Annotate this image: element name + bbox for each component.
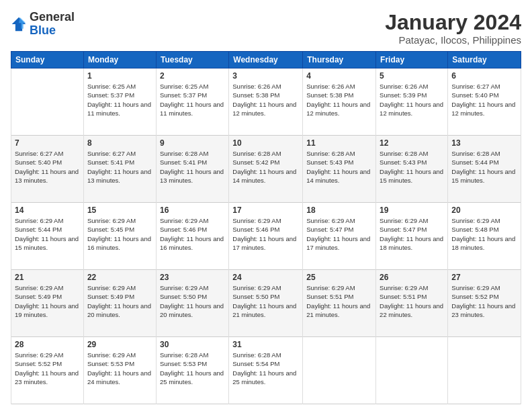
day-number: 31	[232, 340, 299, 349]
table-row: 25Sunrise: 6:29 AMSunset: 5:51 PMDayligh…	[303, 270, 376, 337]
table-row	[11, 68, 84, 136]
table-row: 14Sunrise: 6:29 AMSunset: 5:44 PMDayligh…	[11, 203, 84, 270]
table-row: 13Sunrise: 6:28 AMSunset: 5:44 PMDayligh…	[448, 136, 521, 203]
calendar-week-row: 1Sunrise: 6:25 AMSunset: 5:37 PMDaylight…	[11, 68, 521, 136]
table-row: 12Sunrise: 6:28 AMSunset: 5:43 PMDayligh…	[376, 136, 448, 203]
table-row: 8Sunrise: 6:27 AMSunset: 5:41 PMDaylight…	[83, 136, 156, 203]
day-info: Sunrise: 6:29 AMSunset: 5:45 PMDaylight:…	[87, 216, 152, 252]
day-info: Sunrise: 6:29 AMSunset: 5:49 PMDaylight:…	[15, 283, 80, 319]
page: General Blue January 2024 Patayac, Iloco…	[0, 0, 532, 411]
day-info: Sunrise: 6:29 AMSunset: 5:44 PMDaylight:…	[15, 216, 80, 252]
day-info: Sunrise: 6:28 AMSunset: 5:42 PMDaylight:…	[232, 149, 299, 185]
day-info: Sunrise: 6:29 AMSunset: 5:51 PMDaylight:…	[306, 283, 372, 319]
day-info: Sunrise: 6:29 AMSunset: 5:47 PMDaylight:…	[380, 216, 444, 252]
day-number: 7	[15, 138, 80, 148]
day-number: 3	[232, 71, 299, 81]
table-row: 4Sunrise: 6:26 AMSunset: 5:38 PMDaylight…	[303, 68, 376, 136]
col-thursday: Thursday	[303, 52, 376, 68]
col-tuesday: Tuesday	[156, 52, 228, 68]
day-number: 13	[451, 138, 517, 148]
day-number: 28	[15, 340, 80, 349]
table-row: 19Sunrise: 6:29 AMSunset: 5:47 PMDayligh…	[376, 203, 448, 270]
table-row: 21Sunrise: 6:29 AMSunset: 5:49 PMDayligh…	[11, 270, 84, 337]
calendar-header-row: Sunday Monday Tuesday Wednesday Thursday…	[11, 52, 521, 68]
day-number: 29	[87, 340, 152, 349]
table-row: 7Sunrise: 6:27 AMSunset: 5:40 PMDaylight…	[11, 136, 84, 203]
col-monday: Monday	[83, 52, 156, 68]
day-number: 27	[451, 273, 517, 282]
table-row: 24Sunrise: 6:29 AMSunset: 5:50 PMDayligh…	[229, 270, 303, 337]
day-number: 10	[232, 138, 299, 148]
day-info: Sunrise: 6:28 AMSunset: 5:54 PMDaylight:…	[232, 351, 299, 386]
table-row	[376, 337, 448, 404]
table-row: 28Sunrise: 6:29 AMSunset: 5:52 PMDayligh…	[11, 337, 84, 404]
day-info: Sunrise: 6:29 AMSunset: 5:48 PMDaylight:…	[451, 216, 517, 252]
calendar-week-row: 7Sunrise: 6:27 AMSunset: 5:40 PMDaylight…	[11, 136, 521, 203]
col-saturday: Saturday	[448, 52, 521, 68]
logo-blue-text: Blue	[30, 24, 56, 37]
day-number: 24	[232, 273, 299, 282]
logo: General Blue	[11, 11, 75, 38]
table-row: 29Sunrise: 6:29 AMSunset: 5:53 PMDayligh…	[83, 337, 156, 404]
col-wednesday: Wednesday	[229, 52, 303, 68]
title-block: January 2024 Patayac, Ilocos, Philippine…	[385, 11, 521, 46]
day-info: Sunrise: 6:28 AMSunset: 5:41 PMDaylight:…	[160, 149, 225, 185]
day-info: Sunrise: 6:29 AMSunset: 5:53 PMDaylight:…	[87, 351, 152, 386]
month-title: January 2024	[385, 11, 521, 34]
day-number: 26	[380, 273, 444, 282]
day-number: 22	[87, 273, 152, 282]
day-number: 23	[160, 273, 225, 282]
table-row: 1Sunrise: 6:25 AMSunset: 5:37 PMDaylight…	[83, 68, 156, 136]
logo-icon	[11, 16, 27, 32]
table-row: 15Sunrise: 6:29 AMSunset: 5:45 PMDayligh…	[83, 203, 156, 270]
day-number: 1	[87, 71, 152, 81]
table-row	[448, 337, 521, 404]
day-info: Sunrise: 6:27 AMSunset: 5:40 PMDaylight:…	[15, 149, 80, 185]
table-row: 17Sunrise: 6:29 AMSunset: 5:46 PMDayligh…	[229, 203, 303, 270]
day-number: 8	[87, 138, 152, 148]
table-row: 11Sunrise: 6:28 AMSunset: 5:43 PMDayligh…	[303, 136, 376, 203]
table-row: 2Sunrise: 6:25 AMSunset: 5:37 PMDaylight…	[156, 68, 228, 136]
col-sunday: Sunday	[11, 52, 84, 68]
day-number: 19	[380, 205, 444, 215]
table-row: 18Sunrise: 6:29 AMSunset: 5:47 PMDayligh…	[303, 203, 376, 270]
logo-text: General Blue	[30, 11, 75, 38]
table-row: 27Sunrise: 6:29 AMSunset: 5:52 PMDayligh…	[448, 270, 521, 337]
calendar-week-row: 21Sunrise: 6:29 AMSunset: 5:49 PMDayligh…	[11, 270, 521, 337]
day-info: Sunrise: 6:28 AMSunset: 5:43 PMDaylight:…	[306, 149, 372, 185]
table-row: 20Sunrise: 6:29 AMSunset: 5:48 PMDayligh…	[448, 203, 521, 270]
day-number: 16	[160, 205, 225, 215]
day-number: 9	[160, 138, 225, 148]
day-number: 21	[15, 273, 80, 282]
table-row: 9Sunrise: 6:28 AMSunset: 5:41 PMDaylight…	[156, 136, 228, 203]
calendar-table: Sunday Monday Tuesday Wednesday Thursday…	[11, 51, 521, 404]
day-info: Sunrise: 6:25 AMSunset: 5:37 PMDaylight:…	[160, 82, 225, 118]
table-row	[303, 337, 376, 404]
table-row: 22Sunrise: 6:29 AMSunset: 5:49 PMDayligh…	[83, 270, 156, 337]
day-info: Sunrise: 6:27 AMSunset: 5:40 PMDaylight:…	[451, 82, 517, 118]
col-friday: Friday	[376, 52, 448, 68]
location-subtitle: Patayac, Ilocos, Philippines	[385, 34, 521, 46]
day-info: Sunrise: 6:29 AMSunset: 5:50 PMDaylight:…	[232, 283, 299, 319]
day-number: 5	[380, 71, 444, 81]
day-info: Sunrise: 6:29 AMSunset: 5:46 PMDaylight:…	[232, 216, 299, 252]
table-row: 30Sunrise: 6:28 AMSunset: 5:53 PMDayligh…	[156, 337, 228, 404]
svg-marker-0	[12, 17, 26, 32]
day-info: Sunrise: 6:26 AMSunset: 5:39 PMDaylight:…	[380, 82, 444, 118]
day-info: Sunrise: 6:27 AMSunset: 5:41 PMDaylight:…	[87, 149, 152, 185]
day-number: 30	[160, 340, 225, 349]
table-row: 16Sunrise: 6:29 AMSunset: 5:46 PMDayligh…	[156, 203, 228, 270]
day-info: Sunrise: 6:28 AMSunset: 5:43 PMDaylight:…	[380, 149, 444, 185]
day-number: 25	[306, 273, 372, 282]
day-number: 20	[451, 205, 517, 215]
table-row: 5Sunrise: 6:26 AMSunset: 5:39 PMDaylight…	[376, 68, 448, 136]
table-row: 23Sunrise: 6:29 AMSunset: 5:50 PMDayligh…	[156, 270, 228, 337]
day-info: Sunrise: 6:28 AMSunset: 5:44 PMDaylight:…	[451, 149, 517, 185]
day-number: 4	[306, 71, 372, 81]
day-number: 14	[15, 205, 80, 215]
day-info: Sunrise: 6:29 AMSunset: 5:52 PMDaylight:…	[15, 351, 80, 386]
calendar-week-row: 28Sunrise: 6:29 AMSunset: 5:52 PMDayligh…	[11, 337, 521, 404]
day-info: Sunrise: 6:29 AMSunset: 5:47 PMDaylight:…	[306, 216, 372, 252]
logo-general-text: General	[30, 10, 75, 24]
day-info: Sunrise: 6:25 AMSunset: 5:37 PMDaylight:…	[87, 82, 152, 118]
